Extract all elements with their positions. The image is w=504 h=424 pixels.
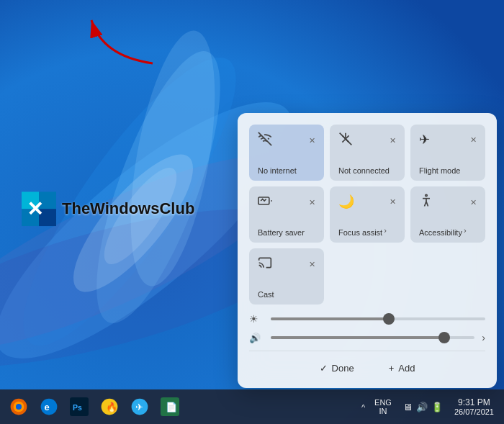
battery-icon: [258, 194, 272, 212]
tile-no-internet-top: ✕: [258, 132, 315, 150]
svg-text:✕: ✕: [27, 198, 43, 220]
svg-text:✈: ✈: [135, 402, 143, 412]
lang-line1: ENG: [374, 398, 392, 407]
tile-focus-assist-pin-icon[interactable]: ✕: [390, 197, 396, 207]
add-label: Add: [398, 363, 415, 374]
watermark-text: TheWindowsClub: [62, 199, 194, 218]
svg-text:e: e: [45, 402, 50, 412]
volume-slider-track[interactable]: [271, 336, 474, 339]
flight-icon: ✈: [419, 132, 430, 148]
tray-icons-group[interactable]: 🖥 🔊 🔋: [399, 399, 447, 415]
tile-cast[interactable]: ✕ Cast: [249, 248, 324, 305]
system-tray-expand[interactable]: ^: [359, 397, 367, 416]
volume-slider-thumb[interactable]: [438, 332, 450, 343]
tile-no-internet-pin-icon[interactable]: ✕: [309, 136, 315, 145]
tile-battery-saver-top: ✕: [258, 194, 315, 212]
tray-monitor-icon: 🖥: [403, 402, 413, 412]
tile-accessibility-pin-icon[interactable]: ✕: [470, 198, 477, 207]
tile-no-internet[interactable]: ✕ No internet: [249, 125, 324, 181]
tile-accessibility[interactable]: ✕ Accessibility ›: [410, 186, 485, 243]
taskbar-app-files[interactable]: 📄: [157, 394, 183, 420]
lang-line2: IN: [379, 407, 387, 415]
clock-time: 9:31 PM: [458, 397, 490, 407]
brightness-icon: ☀: [249, 313, 264, 325]
accessibility-arrow-icon: ›: [464, 226, 467, 235]
tray-volume-icon: 🔊: [416, 402, 428, 412]
tile-focus-assist-label: Focus assist: [338, 228, 382, 237]
done-check-icon: ✓: [320, 363, 328, 374]
volume-slider-row: 🔊 ›: [249, 332, 485, 343]
tile-not-connected-top: ✕: [338, 132, 396, 150]
tile-not-connected-pin-icon[interactable]: ✕: [390, 136, 396, 145]
add-plus-icon: +: [389, 363, 395, 374]
taskbar-app-firefox[interactable]: [6, 394, 32, 420]
done-button[interactable]: ✓ Done: [314, 360, 360, 376]
tile-battery-saver-label: Battery saver: [258, 228, 315, 237]
tile-cast-pin-icon[interactable]: ✕: [309, 260, 315, 269]
done-label: Done: [332, 363, 354, 374]
taskbar-left: e Ps 🔥 ✈: [0, 394, 183, 420]
cast-icon: [258, 256, 272, 274]
tile-cast-top: ✕: [258, 256, 315, 274]
panel-bottom-bar: ✓ Done + Add: [249, 351, 485, 376]
tile-not-connected-label: Not connected: [338, 166, 396, 175]
taskbar-app-edge[interactable]: e: [36, 394, 62, 420]
tile-no-internet-label: No internet: [258, 166, 315, 175]
brightness-slider-thumb[interactable]: [383, 313, 395, 325]
tray-battery-icon: 🔋: [431, 402, 443, 412]
clock[interactable]: 9:31 PM 26/07/2021: [450, 396, 498, 418]
watermark-logo-icon: ✕: [22, 191, 56, 226]
volume-expand-icon[interactable]: ›: [482, 332, 485, 343]
tile-flight-mode-label: Flight mode: [419, 166, 477, 175]
language-indicator[interactable]: ENG IN: [370, 397, 396, 417]
tile-battery-saver-pin-icon[interactable]: ✕: [309, 198, 315, 207]
focus-assist-arrow-icon: ›: [384, 226, 387, 235]
wifi-off-icon: [258, 132, 272, 150]
svg-point-20: [426, 194, 428, 197]
svg-text:📄: 📄: [166, 401, 178, 413]
taskbar-right: ^ ENG IN 🖥 🔊 🔋 9:31 PM 26/07/2021: [359, 396, 504, 418]
brightness-slider-row: ☀: [249, 313, 485, 325]
chevron-up-icon: ^: [361, 403, 365, 412]
taskbar: e Ps 🔥 ✈: [0, 389, 504, 424]
brightness-slider-track[interactable]: [271, 317, 485, 320]
add-button[interactable]: + Add: [383, 360, 421, 376]
watermark: ✕ TheWindowsClub: [22, 191, 194, 226]
tile-accessibility-label: Accessibility: [419, 228, 462, 237]
desktop: ✕ TheWindowsClub: [0, 0, 504, 424]
taskbar-app-malwarebytes[interactable]: 🔥: [96, 394, 122, 420]
svg-text:🔥: 🔥: [106, 401, 118, 413]
tile-focus-assist-top: 🌙 ✕: [338, 194, 396, 209]
volume-slider-fill: [271, 336, 444, 339]
accessibility-icon: [419, 194, 433, 212]
tile-accessibility-top: ✕: [419, 194, 477, 212]
tile-flight-mode-top: ✈ ✕: [419, 132, 477, 148]
brightness-slider-fill: [271, 317, 389, 320]
tile-cast-label: Cast: [258, 290, 315, 299]
moon-icon: 🌙: [338, 194, 354, 209]
tile-focus-assist[interactable]: 🌙 ✕ Focus assist ›: [330, 186, 405, 243]
tile-battery-saver[interactable]: ✕ Battery saver: [249, 186, 324, 243]
svg-text:Ps: Ps: [73, 403, 82, 412]
svg-point-24: [16, 404, 22, 410]
taskbar-app-telegram[interactable]: ✈: [127, 394, 153, 420]
tiles-grid: ✕ No internet ✕ N: [249, 125, 485, 305]
tile-flight-mode-pin-icon[interactable]: ✕: [470, 135, 477, 145]
volume-icon: 🔊: [249, 333, 264, 343]
clock-date: 26/07/2021: [454, 407, 494, 416]
bluetooth-off-icon: [338, 132, 353, 150]
taskbar-app-photoshop[interactable]: Ps: [66, 394, 92, 420]
tile-flight-mode[interactable]: ✈ ✕ Flight mode: [410, 125, 485, 181]
tile-not-connected[interactable]: ✕ Not connected: [330, 125, 405, 181]
quick-settings-panel: ✕ No internet ✕ N: [238, 113, 497, 388]
